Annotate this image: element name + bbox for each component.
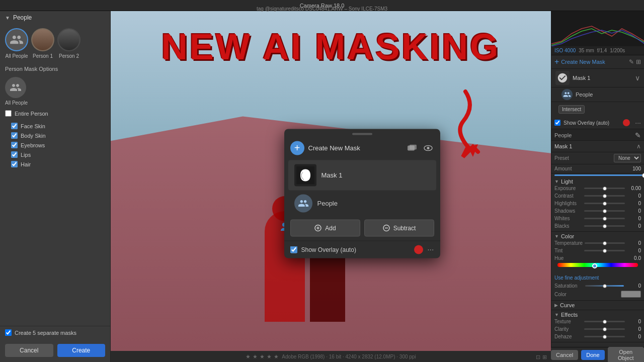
- people-group-icon: [10, 81, 22, 94]
- rp-exposure-slider[interactable]: [584, 188, 625, 189]
- rp-amount-thumb[interactable]: [642, 173, 644, 178]
- hair-label: Hair: [21, 161, 31, 167]
- rp-create-mask-button[interactable]: + Create New Mask: [554, 57, 605, 66]
- rp-blacks-thumb[interactable]: [603, 224, 607, 228]
- rp-mask1-section-collapse[interactable]: ∧: [636, 143, 641, 150]
- rp-tint-slider[interactable]: [584, 250, 625, 251]
- all-people-thumb[interactable]: All People: [5, 28, 28, 59]
- fine-adj-row: Use fine adjustment: [554, 273, 641, 282]
- rp-overlay-more[interactable]: ···: [635, 119, 641, 127]
- rp-dehaze-slider[interactable]: [584, 336, 625, 337]
- rp-exposure-label: Exposure: [554, 186, 582, 191]
- rp-contrast-slider[interactable]: [584, 195, 625, 197]
- add-button[interactable]: Add: [290, 219, 360, 236]
- rp-curve-header[interactable]: ▶ Curve: [554, 302, 641, 308]
- rp-light-header[interactable]: ▼ Light: [554, 178, 641, 185]
- rp-effects-header[interactable]: ▼ Effects: [554, 312, 641, 318]
- fine-adj-link[interactable]: Use fine adjustment: [554, 275, 599, 281]
- rp-contrast-thumb[interactable]: [603, 194, 607, 198]
- rp-clarity-label: Clarity: [554, 326, 582, 332]
- create-button[interactable]: Create: [57, 344, 106, 357]
- create5-checkbox[interactable]: [5, 329, 12, 336]
- rp-whites-thumb[interactable]: [603, 217, 607, 221]
- rp-shadows-thumb[interactable]: [603, 209, 607, 213]
- face-skin-checkbox[interactable]: [11, 123, 18, 129]
- rp-expand-icon[interactable]: ⊞: [636, 58, 641, 65]
- entire-person-checkbox[interactable]: [5, 110, 12, 117]
- person1-thumb[interactable]: Person 1: [31, 28, 54, 59]
- rp-open-object-button[interactable]: Open Object: [608, 347, 644, 363]
- file-subtitle: tag @signatureditsco DSC04841.ARW – Sony…: [257, 6, 387, 12]
- show-overlay-checkbox[interactable]: [290, 246, 297, 253]
- rp-saturation-thumb[interactable]: [603, 284, 607, 288]
- rp-overlay-dot[interactable]: [623, 119, 630, 126]
- hue-gradient[interactable]: [557, 263, 638, 267]
- subtract-button[interactable]: Subtract: [364, 219, 434, 236]
- rp-blacks-slider[interactable]: [584, 225, 625, 227]
- rp-done-button[interactable]: Done: [581, 350, 604, 360]
- rp-preset-select[interactable]: None: [614, 154, 641, 162]
- face-skin-row: Face Skin: [0, 121, 110, 131]
- rp-texture-thumb[interactable]: [603, 320, 607, 324]
- rp-highlights-thumb[interactable]: [603, 202, 607, 206]
- hue-thumb[interactable]: [592, 263, 597, 268]
- rp-color-header[interactable]: ▼ Color: [554, 233, 641, 239]
- rp-whites-label: Whites: [554, 216, 582, 221]
- person2-thumb[interactable]: Person 2: [57, 28, 80, 59]
- rp-edit-icon[interactable]: ✎: [629, 58, 634, 65]
- rp-tint-thumb[interactable]: [603, 249, 607, 253]
- rp-overlay-checkbox[interactable]: [554, 120, 560, 126]
- create-new-mask-button[interactable]: + Create New Mask: [290, 141, 360, 155]
- iso-value: ISO 4000: [554, 48, 576, 53]
- right-panel: ISO 4000 35 mm f/1.4 1/200s + Create New…: [551, 11, 644, 362]
- people-section-header[interactable]: ▼ People: [0, 11, 110, 24]
- mask-icon-overlay[interactable]: [406, 142, 418, 154]
- rp-dehaze-thumb[interactable]: [603, 335, 607, 339]
- rp-cancel-button[interactable]: Cancel: [551, 350, 578, 360]
- overlay-color-dot[interactable]: [414, 245, 423, 254]
- rp-effects-label: Effects: [561, 312, 578, 318]
- rp-amount-row: Amount 100: [551, 164, 644, 173]
- rp-saturation-slider[interactable]: [585, 285, 624, 287]
- decorative-arrow-svg: [445, 86, 486, 167]
- rp-light-label: Light: [561, 178, 573, 185]
- rp-texture-slider[interactable]: [584, 321, 625, 322]
- person2-avatar[interactable]: [57, 28, 80, 51]
- all-people-avatar[interactable]: [5, 28, 28, 51]
- body-skin-checkbox[interactable]: [11, 132, 18, 139]
- rp-exposure-thumb[interactable]: [603, 187, 607, 191]
- rp-temperature-thumb[interactable]: [603, 241, 607, 245]
- rp-highlights-slider[interactable]: [584, 203, 625, 204]
- overlay-more-options[interactable]: ···: [427, 245, 434, 254]
- rp-overlay-row: Show Overlay (auto) ···: [551, 117, 644, 129]
- add-label: Add: [325, 224, 336, 231]
- rp-clarity-val: 0: [627, 326, 641, 332]
- person1-avatar[interactable]: [31, 28, 54, 51]
- rp-shadows-slider[interactable]: [584, 210, 625, 212]
- hair-checkbox[interactable]: [11, 161, 18, 167]
- rp-mask1-collapse[interactable]: ∨: [635, 74, 640, 82]
- rp-whites-slider[interactable]: [584, 218, 625, 219]
- rp-mask1-item[interactable]: Mask 1 ∨: [551, 69, 644, 87]
- rp-clarity-thumb[interactable]: [603, 327, 607, 331]
- rp-clarity-slider[interactable]: [584, 328, 625, 330]
- rp-people-item[interactable]: People: [551, 87, 644, 102]
- lips-checkbox[interactable]: [11, 151, 18, 158]
- rp-temperature-slider[interactable]: [585, 242, 625, 244]
- fit-icon[interactable]: ⊞: [542, 354, 547, 360]
- all-people-circle-icon[interactable]: [5, 77, 26, 98]
- rp-amount-slider[interactable]: [554, 174, 644, 176]
- cancel-button[interactable]: Cancel: [5, 344, 53, 357]
- people-sub-item[interactable]: People: [284, 191, 440, 215]
- eyebrows-checkbox[interactable]: [11, 142, 18, 148]
- rp-color-swatch[interactable]: [621, 291, 641, 298]
- intersect-button[interactable]: Intersect: [558, 105, 585, 114]
- rp-people-edit-icon[interactable]: ✎: [635, 131, 641, 139]
- rp-amount-value: 100: [632, 166, 641, 171]
- people-sub-icon: [298, 198, 309, 209]
- rp-plus-icon: +: [554, 57, 559, 66]
- fullscreen-icon[interactable]: ⊡: [536, 354, 540, 360]
- mask-icon-eye[interactable]: [422, 142, 434, 154]
- rp-tint-row: Tint 0: [554, 247, 641, 254]
- mask1-item[interactable]: Mask 1: [288, 160, 436, 190]
